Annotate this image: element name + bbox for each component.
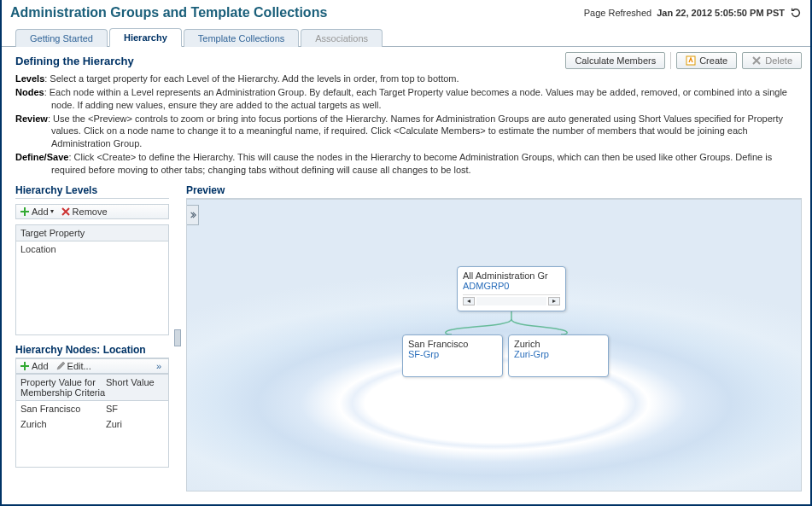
delete-label: Delete — [765, 55, 792, 66]
x-icon — [61, 206, 71, 217]
create-button[interactable]: Create — [676, 52, 737, 69]
desc-review-key: Review — [15, 113, 48, 124]
refreshed-label: Page Refreshed — [584, 8, 652, 18]
desc-levels-text: : Select a target property for each Leve… — [44, 73, 459, 84]
tab-bar: Getting Started Hierarchy Template Colle… — [2, 22, 810, 47]
table-row[interactable]: San Francisco SF — [16, 401, 168, 416]
refresh-icon[interactable] — [790, 7, 802, 19]
nodes-row1-b: Zuri — [106, 419, 164, 429]
chevrons-right-icon[interactable]: » — [153, 361, 165, 371]
hierarchy-levels-title: Hierarchy Levels — [15, 184, 169, 199]
levels-grid: Target Property Location — [15, 224, 169, 335]
desc-review-text: : Use the <Preview> controls to zoom or … — [48, 113, 783, 149]
scroll-track[interactable] — [476, 297, 546, 305]
pencil-icon — [55, 361, 66, 371]
levels-col-header: Target Property — [20, 228, 85, 238]
splitter-handle[interactable] — [174, 329, 181, 346]
desc-nodes-text: : Each node within a Level represents an… — [44, 87, 787, 110]
preview-expand-handle[interactable] — [187, 205, 199, 225]
nodes-grid: Property Value for Membership Criteria S… — [15, 374, 169, 468]
delete-icon — [751, 55, 762, 66]
action-bar: Calculate Members Create Delete — [565, 52, 802, 69]
plus-icon — [20, 361, 30, 371]
levels-remove-label: Remove — [73, 206, 108, 217]
node-group: Zuri-Grp — [514, 349, 603, 359]
levels-row-0: Location — [20, 244, 56, 254]
node-scrollbar: ◂ ▸ — [463, 294, 560, 305]
scroll-left-icon[interactable]: ◂ — [463, 297, 475, 305]
levels-grid-header: Target Property — [16, 225, 168, 241]
section-title: Defining the Hierarchy — [15, 55, 134, 67]
tab-template-collections[interactable]: Template Collections — [184, 29, 300, 47]
nodes-row1-a: Zurich — [20, 419, 106, 429]
table-row[interactable]: Zurich Zuri — [16, 416, 168, 432]
plus-icon — [20, 206, 30, 217]
tree-node-root[interactable]: All Administration Gr ADMGRP0 ◂ ▸ — [457, 266, 566, 311]
node-title: Zurich — [514, 339, 603, 349]
scroll-right-icon[interactable]: ▸ — [548, 297, 560, 305]
delete-button[interactable]: Delete — [742, 52, 802, 69]
node-title: All Administration Gr — [463, 270, 560, 281]
splitter — [174, 184, 181, 491]
dropdown-arrow-icon: ▾ — [50, 207, 54, 215]
node-group: ADMGRP0 — [463, 281, 560, 291]
create-label: Create — [699, 55, 727, 66]
desc-nodes-key: Nodes — [15, 87, 44, 97]
description-block: Levels: Select a target property for eac… — [2, 71, 810, 184]
create-icon — [686, 55, 696, 66]
desc-define-key: Define/Save — [15, 152, 68, 162]
tree-node-child-2[interactable]: Zurich Zuri-Grp — [508, 334, 609, 377]
nodes-toolbar: Add Edit... » — [15, 358, 169, 374]
nodes-col-a: Property Value for Membership Criteria — [20, 377, 106, 398]
levels-add-button[interactable]: Add ▾ — [20, 206, 54, 217]
nodes-row0-a: San Francisco — [20, 404, 106, 414]
node-title: San Francisco — [408, 339, 497, 349]
refreshed-timestamp: Jan 22, 2012 5:05:50 PM PST — [657, 8, 785, 18]
tab-associations[interactable]: Associations — [301, 29, 383, 47]
levels-remove-button[interactable]: Remove — [61, 206, 108, 217]
levels-add-label: Add — [32, 206, 49, 217]
tab-hierarchy[interactable]: Hierarchy — [109, 28, 182, 47]
calculate-members-button[interactable]: Calculate Members — [565, 52, 665, 69]
page-title: Administration Groups and Template Colle… — [10, 5, 327, 20]
table-row[interactable]: Location — [16, 241, 168, 257]
nodes-row0-b: SF — [106, 404, 164, 414]
levels-toolbar: Add ▾ Remove — [15, 204, 169, 219]
desc-define-text: : Click <Create> to define the Hierarchy… — [51, 152, 772, 175]
nodes-add-label: Add — [32, 361, 49, 371]
tree-node-child-1[interactable]: San Francisco SF-Grp — [402, 334, 503, 377]
nodes-add-button[interactable]: Add — [20, 361, 49, 371]
preview-title: Preview — [186, 184, 802, 199]
page-refreshed: Page Refreshed Jan 22, 2012 5:05:50 PM P… — [584, 7, 802, 19]
node-group: SF-Grp — [408, 349, 497, 359]
divider — [670, 52, 671, 69]
nodes-edit-button[interactable]: Edit... — [55, 361, 91, 371]
nodes-edit-label: Edit... — [67, 361, 91, 371]
nodes-grid-header: Property Value for Membership Criteria S… — [16, 375, 168, 401]
tab-getting-started[interactable]: Getting Started — [15, 29, 108, 47]
nodes-col-b: Short Value — [106, 377, 164, 398]
preview-canvas[interactable]: All Administration Gr ADMGRP0 ◂ ▸ San Fr… — [186, 199, 802, 491]
hierarchy-nodes-title: Hierarchy Nodes: Location — [15, 344, 169, 358]
desc-levels-key: Levels — [15, 73, 44, 84]
